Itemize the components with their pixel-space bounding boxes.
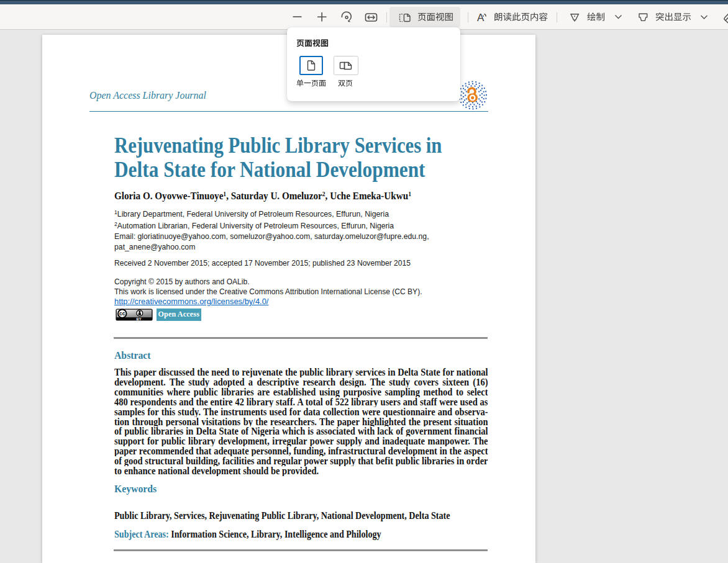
svg-text:A: A bbox=[477, 12, 485, 24]
svg-text:BY: BY bbox=[136, 317, 141, 321]
svg-text:cc: cc bbox=[119, 310, 125, 317]
